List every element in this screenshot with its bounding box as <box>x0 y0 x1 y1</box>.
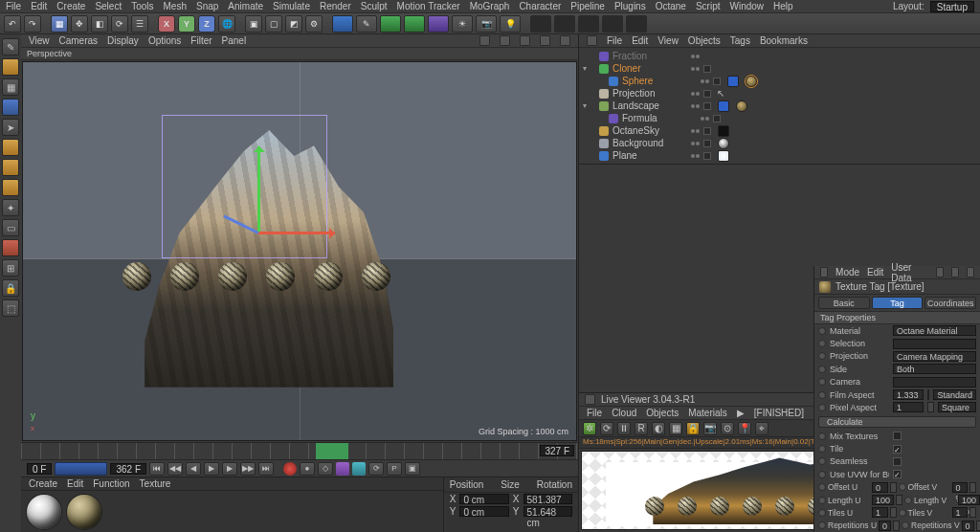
snap-enable-button[interactable] <box>2 239 19 256</box>
visibility-dots[interactable] <box>691 129 700 133</box>
add-light-button[interactable]: 💡 <box>500 15 521 33</box>
length-v-field[interactable]: 100 % <box>958 495 980 505</box>
object-name-label[interactable]: Sphere <box>622 76 695 86</box>
object-row[interactable]: Plane <box>579 149 980 162</box>
shelf-e-button[interactable] <box>626 15 647 33</box>
enable-check[interactable] <box>703 65 711 73</box>
undo-button[interactable]: ↶ <box>4 15 21 33</box>
mm-function[interactable]: Function <box>93 478 129 489</box>
enable-check[interactable] <box>703 127 711 135</box>
menu-help[interactable]: Help <box>773 1 793 11</box>
visibility-dots[interactable] <box>701 79 709 83</box>
tiles-u-field[interactable]: 1 <box>872 507 888 518</box>
vmenu-options[interactable]: Options <box>148 35 181 46</box>
expand-icon[interactable]: ▾ <box>583 101 591 110</box>
vmenu-filter[interactable]: Filter <box>190 35 212 46</box>
keyframe-sel-button[interactable]: ◇ <box>318 462 333 476</box>
mm-create[interactable]: Create <box>29 478 57 489</box>
clone-sphere[interactable] <box>266 262 295 291</box>
menu-character[interactable]: Character <box>519 1 561 11</box>
visibility-dots[interactable] <box>691 92 700 96</box>
view-nav-2-icon[interactable] <box>500 35 510 46</box>
rotate-tool-button[interactable]: ⟳ <box>111 15 128 33</box>
offset-u-stepper[interactable] <box>890 482 897 493</box>
current-frame-field[interactable]: 362 F <box>110 463 146 475</box>
recent-tool-button[interactable]: ☰ <box>131 15 148 33</box>
om-file[interactable]: File <box>607 35 622 46</box>
menu-tools[interactable]: Tools <box>131 1 153 11</box>
lv-region-button[interactable]: ▦ <box>669 422 682 435</box>
length-u-stepper[interactable] <box>896 495 902 505</box>
param-key-button[interactable]: P <box>387 462 402 476</box>
pixel-aspect-preset[interactable]: Square <box>938 402 976 412</box>
menu-script[interactable]: Script <box>696 1 721 11</box>
lv-handle-icon[interactable] <box>585 394 595 405</box>
visibility-dots[interactable] <box>691 104 700 108</box>
side-field[interactable]: Both <box>893 364 976 374</box>
tiles-v-field[interactable]: 1 <box>952 507 969 518</box>
visibility-dots[interactable] <box>701 117 709 121</box>
timeline-start-field[interactable]: 0 F <box>27 463 52 475</box>
am-mode[interactable]: Mode <box>835 267 859 277</box>
menu-mograph[interactable]: MoGraph <box>470 1 510 11</box>
model-mode-button[interactable] <box>2 58 19 76</box>
object-tag-icon[interactable] <box>718 100 729 112</box>
am-handle-icon[interactable] <box>820 267 828 277</box>
pos-y-field[interactable]: 0 cm <box>459 506 508 517</box>
lv-objects[interactable]: Objects <box>646 408 679 418</box>
menu-pipeline[interactable]: Pipeline <box>570 1 605 11</box>
lv-pin-button[interactable]: 📍 <box>738 422 751 435</box>
autokey-button[interactable]: ● <box>300 462 315 476</box>
menu-snap[interactable]: Snap <box>196 1 218 11</box>
menu-plugins[interactable]: Plugins <box>614 1 646 11</box>
render-pv-button[interactable]: ◩ <box>285 15 302 33</box>
lv-refresh-button[interactable]: ⟳ <box>600 422 613 435</box>
enable-check[interactable] <box>703 90 711 98</box>
enable-check[interactable] <box>713 78 721 85</box>
om-view[interactable]: View <box>657 35 679 46</box>
object-tag-icon[interactable] <box>727 76 739 87</box>
record-key-button[interactable] <box>283 462 297 476</box>
gizmo-x-axis[interactable] <box>258 232 335 234</box>
clone-sphere[interactable] <box>218 262 247 291</box>
move-tool-button[interactable]: ✥ <box>71 15 88 33</box>
render-view-button[interactable]: ▣ <box>245 15 262 33</box>
tab-basic[interactable]: Basic <box>818 297 870 309</box>
film-aspect-field[interactable]: 1.333 <box>893 389 924 400</box>
object-tag-icon[interactable] <box>736 100 747 112</box>
vmenu-view[interactable]: View <box>29 35 50 46</box>
scale-tool-button[interactable]: ◧ <box>91 15 108 33</box>
render-region-button[interactable]: ▢ <box>265 15 282 33</box>
layout-dropdown[interactable]: Startup <box>930 1 974 12</box>
enable-check[interactable] <box>703 152 711 160</box>
menu-select[interactable]: Select <box>95 1 122 11</box>
object-row[interactable]: Background <box>579 137 980 149</box>
view-nav-3-icon[interactable] <box>520 35 530 46</box>
lv-materials[interactable]: Materials <box>688 408 727 418</box>
camera-field[interactable] <box>893 377 976 388</box>
am-back-icon[interactable] <box>936 267 944 277</box>
object-tag-icon[interactable] <box>718 138 729 149</box>
am-fwd-icon[interactable] <box>951 267 959 277</box>
object-name-label[interactable]: Plane <box>612 150 685 161</box>
visibility-dots[interactable] <box>691 55 700 58</box>
pla-key-button[interactable]: ▣ <box>405 462 420 476</box>
live-select-button[interactable]: ▦ <box>51 15 68 33</box>
om-bookmarks[interactable]: Bookmarks <box>760 35 808 46</box>
object-name-label[interactable]: Fraction <box>612 51 685 61</box>
object-row[interactable]: ▾Cloner <box>579 62 980 75</box>
visibility-dots[interactable] <box>691 142 700 145</box>
object-row[interactable]: Sphere <box>579 75 980 87</box>
menu-sculpt[interactable]: Sculpt <box>361 1 388 11</box>
goto-end-button[interactable]: ⏭ <box>258 462 274 476</box>
reps-u-stepper[interactable] <box>893 521 900 531</box>
rot-key-button[interactable]: ⟳ <box>368 462 384 476</box>
menu-animate[interactable]: Animate <box>228 1 263 11</box>
workplane-button[interactable] <box>2 99 19 116</box>
lock-z-button[interactable]: Z <box>198 15 215 33</box>
material-swatch[interactable] <box>67 495 101 529</box>
pixel-aspect-field[interactable]: 1 <box>893 402 924 412</box>
view-nav-1-icon[interactable] <box>479 35 490 46</box>
reps-v-field[interactable]: 0 <box>962 521 974 531</box>
polygon-mode-button[interactable] <box>2 179 19 196</box>
